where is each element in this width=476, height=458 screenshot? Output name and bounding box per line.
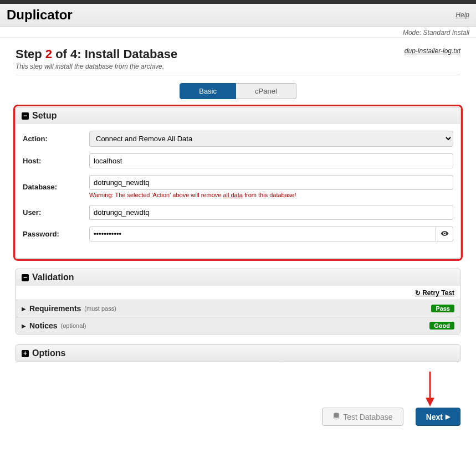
requirements-title: Requirements bbox=[29, 304, 81, 313]
user-input[interactable] bbox=[89, 205, 453, 220]
warn-link[interactable]: all data bbox=[223, 192, 242, 198]
view-tabs: Basic cPanel bbox=[16, 83, 460, 99]
notices-note: (optional) bbox=[61, 322, 86, 329]
step-subtitle: This step will install the database from… bbox=[16, 63, 177, 70]
divider bbox=[16, 75, 460, 75]
user-label: User: bbox=[23, 208, 89, 217]
footer-buttons: Test Database Next ▶ bbox=[16, 408, 460, 426]
step-middle: of 4: bbox=[52, 47, 85, 61]
help-link[interactable]: Help bbox=[455, 11, 469, 19]
mode-line: Mode: Standard Install bbox=[0, 27, 476, 38]
validation-heading: Validation bbox=[32, 272, 74, 282]
browser-chrome bbox=[0, 0, 476, 4]
installer-log-link[interactable]: dup-installer-log.txt bbox=[405, 47, 460, 55]
warn-prefix: Warning: The selected 'Action' above wil… bbox=[89, 192, 223, 198]
tab-basic[interactable]: Basic bbox=[180, 83, 236, 99]
validation-panel: − Validation Retry Test ▶ Requirements (… bbox=[16, 269, 460, 335]
title-bar: Duplicator Help bbox=[0, 4, 476, 27]
notices-status-badge: Good bbox=[429, 322, 454, 330]
next-button[interactable]: Next ▶ bbox=[416, 408, 460, 426]
password-input[interactable] bbox=[89, 227, 436, 241]
action-label: Action: bbox=[23, 135, 89, 143]
notices-row[interactable]: ▶ Notices (optional) Good bbox=[16, 317, 460, 334]
test-database-button[interactable]: Test Database bbox=[322, 408, 403, 426]
requirements-note: (must pass) bbox=[84, 305, 116, 312]
requirements-row[interactable]: ▶ Requirements (must pass) Pass bbox=[16, 300, 460, 317]
validation-panel-header[interactable]: − Validation bbox=[16, 269, 460, 286]
step-header: Step 2 of 4: Install Database This step … bbox=[16, 47, 460, 70]
collapse-icon: − bbox=[22, 274, 29, 281]
test-database-label: Test Database bbox=[343, 413, 393, 421]
password-label: Password: bbox=[23, 230, 89, 238]
options-panel: + Options bbox=[16, 344, 460, 362]
database-label: Database: bbox=[23, 183, 89, 191]
caret-right-icon: ▶ bbox=[22, 323, 26, 329]
step-prefix: Step bbox=[16, 47, 45, 61]
host-input[interactable] bbox=[89, 153, 453, 168]
notices-title: Notices bbox=[29, 321, 58, 330]
eye-icon bbox=[441, 229, 449, 239]
database-input[interactable] bbox=[89, 175, 453, 190]
caret-right-icon: ▶ bbox=[446, 413, 450, 420]
next-label: Next bbox=[426, 413, 443, 421]
collapse-icon: − bbox=[22, 112, 29, 120]
setup-heading: Setup bbox=[32, 111, 57, 121]
setup-panel-header[interactable]: − Setup bbox=[16, 107, 460, 124]
setup-panel: − Setup Action: Connect and Remove All D… bbox=[16, 107, 460, 259]
caret-right-icon: ▶ bbox=[22, 306, 26, 312]
host-label: Host: bbox=[23, 157, 89, 165]
page-title: Step 2 of 4: Install Database bbox=[16, 47, 177, 61]
password-toggle-button[interactable] bbox=[436, 227, 453, 241]
requirements-status-badge: Pass bbox=[431, 305, 454, 312]
tab-cpanel[interactable]: cPanel bbox=[236, 83, 296, 99]
app-title: Duplicator bbox=[7, 7, 73, 23]
retry-test-link[interactable]: Retry Test bbox=[415, 289, 454, 297]
step-number: 2 bbox=[45, 47, 52, 61]
warn-suffix: from this database! bbox=[243, 192, 296, 198]
annotation-arrow bbox=[16, 372, 460, 405]
options-panel-header[interactable]: + Options bbox=[16, 345, 460, 362]
step-title-text: Install Database bbox=[85, 47, 178, 61]
svg-marker-1 bbox=[426, 398, 434, 406]
database-icon bbox=[332, 412, 340, 421]
expand-icon: + bbox=[22, 350, 29, 357]
options-heading: Options bbox=[32, 348, 65, 358]
action-select[interactable]: Connect and Remove All Data bbox=[89, 131, 453, 147]
database-warning: Warning: The selected 'Action' above wil… bbox=[89, 192, 453, 198]
